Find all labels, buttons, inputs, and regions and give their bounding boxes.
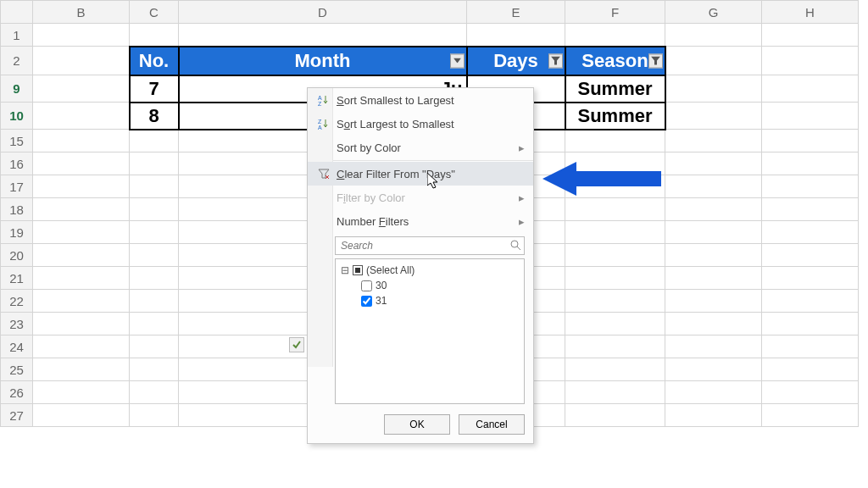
checkbox-indeterminate-icon[interactable] [353,265,363,275]
row-header[interactable]: 21 [1,267,33,290]
checkbox[interactable] [361,280,372,291]
row-header[interactable]: 26 [1,381,33,404]
filter-search [335,236,525,255]
svg-text:A: A [318,125,322,130]
funnel-applied-icon [551,56,560,65]
row-header[interactable]: 23 [1,313,33,336]
filter-button-month[interactable] [450,53,465,68]
menu-filter-by-color: Filter by Color ▸ [308,186,533,209]
submenu-arrow-icon: ▸ [519,215,525,228]
svg-marker-12 [542,162,661,196]
cell-no[interactable]: 8 [130,103,179,130]
svg-text:Z: Z [318,101,322,106]
row-header[interactable]: 19 [1,221,33,244]
select-all-corner[interactable] [1,1,33,24]
filter-value-label: 31 [376,295,387,307]
filter-value-label: (Select All) [366,264,415,276]
sort-desc-icon: ZA [314,118,333,130]
menu-clear-filter[interactable]: Clear Filter From "Days" [308,162,533,186]
svg-marker-2 [651,56,660,64]
col-header-d[interactable]: D [179,1,467,24]
header-days-label: Days [493,50,538,71]
col-header-g[interactable]: G [665,1,762,24]
row-header[interactable]: 24 [1,336,33,358]
row-header[interactable]: 25 [1,358,33,381]
menu-label: Clear Filter From "Days" [333,168,525,180]
table-header-month: Month [179,47,467,75]
search-icon [509,239,521,253]
row-header[interactable]: 20 [1,244,33,267]
menu-label: Number Filters [333,215,519,228]
row-header[interactable]: 27 [1,404,33,427]
sort-asc-icon: AZ [314,94,333,106]
table-header-days: Days [467,47,565,75]
row-header[interactable]: 9 [1,75,33,103]
svg-point-10 [511,241,518,247]
col-header-c[interactable]: C [130,1,179,24]
filter-button-days[interactable] [548,53,563,68]
filter-button-season[interactable] [648,53,663,68]
col-header-h[interactable]: H [762,1,859,24]
menu-label: Filter by Color [333,191,519,204]
cell-season[interactable]: Summer [565,103,665,130]
filter-values-list[interactable]: ⊟ (Select All) 30 31 [335,258,525,404]
annotation-arrow-icon [542,158,670,200]
svg-marker-1 [551,56,560,64]
menu-sort-descending[interactable]: ZA Sort Largest to Smallest [308,112,533,136]
menu-sort-ascending[interactable]: AZ Sort Smallest to Largest [308,88,533,112]
chevron-down-icon [453,58,461,64]
header-season-label: Season [581,50,648,71]
menu-label: Sort by Color [333,141,519,154]
filter-value-31[interactable]: 31 [341,293,519,308]
menu-label: Sort Smallest to Largest [333,94,525,107]
row-header[interactable]: 2 [1,47,33,75]
svg-line-11 [517,247,520,250]
svg-text:Z: Z [318,119,322,125]
row-header[interactable]: 16 [1,152,33,175]
clear-filter-icon [314,168,333,180]
col-header-e[interactable]: E [467,1,565,24]
table-header-no: No. [130,47,179,75]
filter-value-30[interactable]: 30 [341,278,519,293]
cell-season[interactable]: Summer [565,75,665,103]
header-no-label: No. [139,50,169,71]
toggle-all-checkbox[interactable] [289,337,304,352]
col-header-f[interactable]: F [565,1,665,24]
row-header[interactable]: 1 [1,24,33,47]
row-header[interactable]: 18 [1,198,33,221]
filter-value-label: 30 [376,280,387,291]
submenu-arrow-icon: ▸ [519,191,525,204]
funnel-applied-icon [651,56,660,65]
col-header-b[interactable]: B [33,1,130,24]
dialog-button-row: OK Cancel [308,408,533,443]
ok-button[interactable]: OK [384,414,450,435]
row-header[interactable]: 17 [1,175,33,198]
row-header[interactable]: 15 [1,130,33,152]
row-header[interactable]: 10 [1,103,33,130]
checkbox[interactable] [361,296,372,307]
table-header-season: Season [565,47,665,75]
svg-text:A: A [318,95,322,101]
filter-search-input[interactable] [335,236,525,255]
menu-sort-by-color[interactable]: Sort by Color ▸ [308,136,533,159]
menu-label: Sort Largest to Smallest [333,118,525,130]
cell-no[interactable]: 7 [130,75,179,103]
submenu-arrow-icon: ▸ [519,141,525,154]
row-header[interactable]: 22 [1,290,33,313]
filter-dropdown-menu: AZ Sort Smallest to Largest ZA Sort Larg… [307,87,534,444]
filter-value-select-all[interactable]: ⊟ (Select All) [341,263,519,278]
cancel-button[interactable]: Cancel [459,414,525,435]
menu-number-filters[interactable]: Number Filters ▸ [308,209,533,233]
header-month-label: Month [295,50,351,71]
svg-marker-0 [453,58,461,64]
